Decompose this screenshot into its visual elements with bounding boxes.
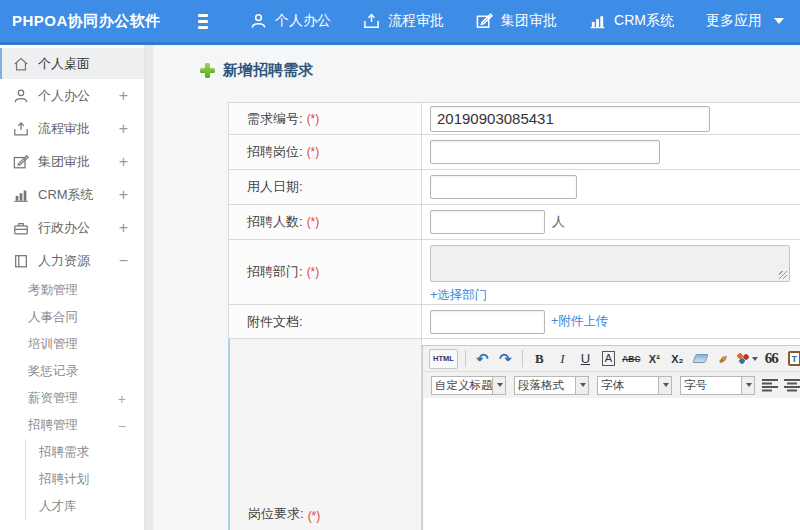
sidebar: 个人桌面 个人办公 + 流程审批 + 集团审批 + CRM系统 + 行政办公 + (0, 45, 145, 530)
font-style-glyph: A (602, 351, 615, 366)
expand-plus-icon: + (118, 391, 126, 407)
field-label: 岗位要求: (*) (228, 339, 422, 530)
sidebar-subitem-recruit-demand[interactable]: 招聘需求 (26, 439, 144, 466)
sidebar-item-label: 人力资源 (38, 252, 90, 270)
required-mark: (*) (307, 265, 320, 279)
sidebar-subitem-training[interactable]: 培训管理 (0, 331, 144, 358)
nav-label: 个人办公 (275, 12, 331, 30)
caret-down-icon (752, 357, 758, 361)
select-department-link[interactable]: +选择部门 (430, 287, 487, 304)
sidebar-item-label: 行政办公 (38, 219, 90, 237)
department-textarea[interactable] (430, 245, 790, 282)
undo-button[interactable]: ↶ (473, 349, 492, 369)
headcount-input[interactable] (430, 210, 545, 234)
nav-group-approval[interactable]: 集团审批 (476, 12, 557, 30)
palette-icon (737, 353, 750, 364)
nav-crm-system[interactable]: CRM系统 (589, 12, 674, 30)
sidebar-item-human-resources[interactable]: 人力资源 − (0, 244, 144, 277)
custom-heading-select[interactable]: 自定义标题 (431, 376, 506, 395)
paste-text-button[interactable]: T (785, 349, 800, 369)
font-family-select[interactable]: 字体 (597, 376, 672, 395)
subscript-button[interactable]: X₂ (668, 349, 687, 369)
app-logo: PHPOA协同办公软件 (0, 12, 148, 31)
caret-down-icon (576, 376, 589, 395)
sidebar-item-personal-office[interactable]: 个人办公 + (0, 79, 144, 112)
sidebar-item-admin-office[interactable]: 行政办公 + (0, 211, 144, 244)
hire-date-input[interactable] (430, 175, 577, 199)
sidebar-item-label: 集团审批 (38, 153, 90, 171)
required-mark: (*) (307, 145, 320, 159)
attachment-input[interactable] (430, 310, 545, 334)
italic-button[interactable]: I (553, 349, 572, 369)
font-size-select[interactable]: 字号 (680, 376, 755, 395)
subitem-label: 招聘管理 (28, 417, 78, 434)
content-card: 新增招聘需求 需求编号: (*) 招聘岗位: (*) (153, 45, 800, 530)
form-row-attachment: 附件文档: +附件上传 (228, 305, 800, 339)
home-icon (13, 56, 29, 72)
sidebar-item-personal-desktop[interactable]: 个人桌面 (0, 48, 144, 79)
caret-down-icon (493, 376, 506, 395)
sidebar-item-workflow-approval[interactable]: 流程审批 + (0, 112, 144, 145)
attachment-upload-link[interactable]: +附件上传 (551, 313, 608, 330)
strikethrough-button[interactable]: ABC (622, 349, 641, 369)
subitem-label: 培训管理 (28, 336, 78, 353)
caret-down-icon (774, 18, 784, 24)
required-mark: (*) (307, 215, 320, 229)
align-left-button[interactable] (762, 378, 778, 392)
blockquote-button[interactable]: 66 (762, 349, 781, 369)
expand-plus-icon: + (119, 186, 128, 204)
demand-no-input[interactable] (430, 106, 710, 132)
sidebar-subitem-recruit-plan[interactable]: 招聘计划 (26, 466, 144, 493)
caret-down-icon (659, 376, 672, 395)
underline-button[interactable]: U (576, 349, 595, 369)
superscript-button[interactable]: X² (645, 349, 664, 369)
sidebar-subitem-attendance[interactable]: 考勤管理 (0, 277, 144, 304)
bar-chart-icon (13, 187, 29, 203)
label-text: 招聘人数: (247, 213, 303, 231)
label-text: 招聘部门: (247, 263, 303, 281)
field-label: 用人日期: (228, 170, 422, 204)
nav-label: CRM系统 (614, 12, 674, 30)
sidebar-subitem-recruitment[interactable]: 招聘管理 − (0, 412, 144, 439)
sidebar-item-group-approval[interactable]: 集团审批 + (0, 145, 144, 178)
eraser-button[interactable] (691, 349, 710, 369)
expand-plus-icon: + (119, 120, 128, 138)
sidebar-subitem-salary[interactable]: 薪资管理 + (0, 385, 144, 412)
page-title: 新增招聘需求 (200, 61, 800, 80)
sidebar-item-crm-system[interactable]: CRM系统 + (0, 178, 144, 211)
bold-button[interactable]: B (530, 349, 549, 369)
form-row-department: 招聘部门: (*) +选择部门 (228, 240, 800, 305)
position-input[interactable] (430, 140, 660, 164)
html-source-button[interactable]: HTML (429, 349, 458, 369)
color-palette-button[interactable] (737, 349, 758, 369)
sidebar-subitem-hr-contract[interactable]: 人事合同 (0, 304, 144, 331)
collapse-minus-icon: − (118, 418, 126, 434)
sidebar-item-label: CRM系统 (38, 186, 94, 204)
edit-square-icon (476, 13, 493, 29)
nav-more-apps[interactable]: 更多应用 (706, 12, 784, 30)
expand-plus-icon: + (119, 87, 128, 105)
menu-toggle-icon[interactable] (198, 14, 208, 29)
editor-content-area[interactable] (423, 398, 800, 530)
paragraph-format-select[interactable]: 段落格式 (514, 376, 589, 395)
top-bar: PHPOA协同办公软件 个人办公 流程审批 集团审批 CRM系统 (0, 0, 800, 45)
required-mark: (*) (307, 112, 320, 126)
collapse-minus-icon: − (119, 252, 128, 270)
nav-personal-office[interactable]: 个人办公 (250, 12, 331, 30)
field-label: 需求编号: (*) (228, 103, 422, 134)
rich-text-editor: HTML ↶ ↷ B I U A ABC X² X₂ (422, 345, 800, 530)
label-text: 附件文档: (247, 313, 303, 331)
field-label: 招聘部门: (*) (228, 240, 422, 304)
subitem-label: 薪资管理 (28, 390, 78, 407)
sidebar-subitem-rewards[interactable]: 奖惩记录 (0, 358, 144, 385)
expand-plus-icon: + (119, 153, 128, 171)
redo-button[interactable]: ↷ (496, 349, 515, 369)
hr-submenu: 考勤管理 人事合同 培训管理 奖惩记录 薪资管理 + 招聘管理 − 招聘需求 招… (0, 277, 144, 520)
nav-workflow-approval[interactable]: 流程审批 (363, 12, 444, 30)
font-style-button[interactable]: A (599, 349, 618, 369)
field-label: 招聘人数: (*) (228, 205, 422, 239)
align-center-button[interactable] (784, 378, 800, 392)
format-brush-button[interactable]: ✒ (710, 345, 738, 373)
sidebar-subitem-talent-pool[interactable]: 人才库 (26, 493, 144, 520)
edit-square-icon (13, 154, 29, 170)
